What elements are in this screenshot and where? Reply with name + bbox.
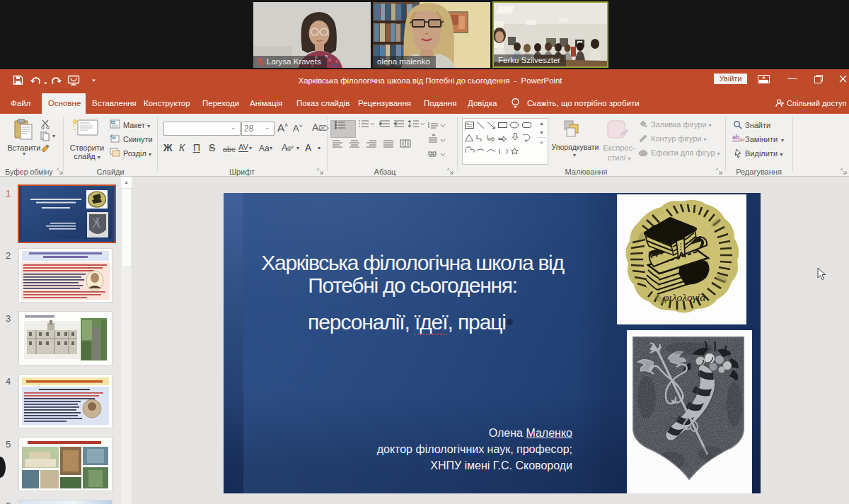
svg-text:φιλολογία: φιλολογία <box>663 291 706 303</box>
